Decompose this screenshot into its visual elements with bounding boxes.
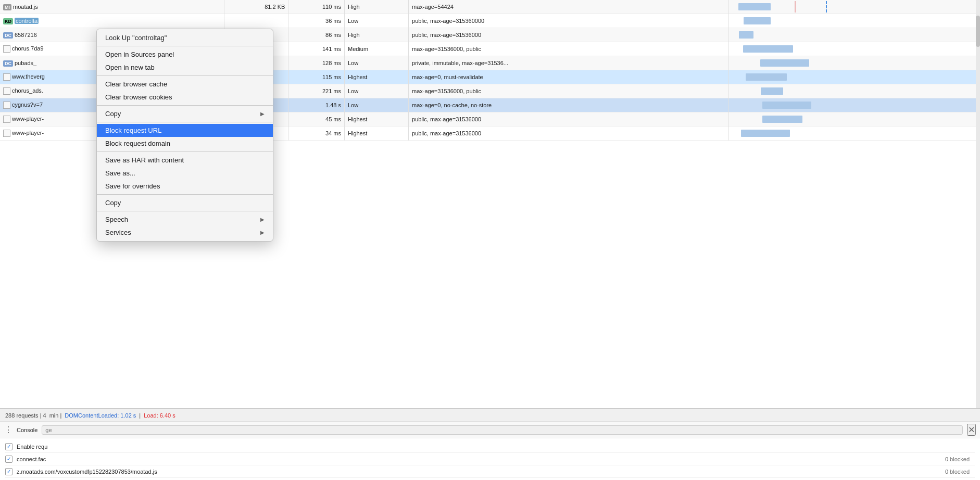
- row-waterfall: [729, 56, 980, 70]
- menu-item[interactable]: Look Up "controltag": [97, 31, 273, 44]
- row-name-text: cygnus?v=7: [12, 102, 43, 108]
- row-name-text: chorus_ads.: [12, 87, 43, 94]
- enable-requests-checkbox[interactable]: [5, 443, 12, 450]
- row-time: 45 ms: [288, 112, 345, 127]
- row-badge: DC: [3, 60, 13, 67]
- row-size: 81.2 KB: [224, 0, 288, 14]
- row-waterfall: [729, 127, 980, 141]
- blocked-url-1: z.moatads.com/voxcustomdfp152282307853/m…: [17, 469, 941, 475]
- status-bar: 288 requests | 4 min | DOMContentLoaded:…: [0, 409, 980, 421]
- menu-item[interactable]: Services▶: [97, 226, 273, 239]
- menu-divider: [97, 122, 273, 122]
- row-priority: Highest: [345, 70, 409, 84]
- row-time: 141 ms: [288, 42, 345, 56]
- menu-item-label: Services: [105, 229, 260, 236]
- menu-item[interactable]: Block request URL: [97, 124, 273, 137]
- file-icon: [3, 87, 10, 95]
- row-name-text: moatad.js: [13, 4, 38, 10]
- row-waterfall: [729, 84, 980, 98]
- row-cache: public, max-age=31536000: [409, 112, 729, 127]
- row-time: 1.48 s: [288, 98, 345, 112]
- menu-item-label: Speech: [105, 216, 260, 223]
- enable-requests-label: Enable requ: [17, 444, 47, 450]
- menu-divider: [97, 46, 273, 46]
- close-button[interactable]: ✕: [967, 424, 976, 436]
- menu-item-label: Copy: [105, 110, 260, 118]
- row-priority: Low: [345, 98, 409, 112]
- row-waterfall: [729, 98, 980, 112]
- min-label: min |: [49, 412, 62, 419]
- table-area: MImoatad.js81.2 KB110 msHighmax-age=5442…: [0, 0, 980, 408]
- row-priority: Highest: [345, 127, 409, 141]
- console-bar: ⋮ Console ✕: [0, 421, 980, 438]
- menu-item[interactable]: Clear browser cache: [97, 78, 273, 91]
- console-label: Console: [17, 427, 37, 433]
- row-cache: max-age=31536000, public: [409, 42, 729, 56]
- separator: |: [139, 412, 141, 419]
- row-time: 128 ms: [288, 56, 345, 70]
- row-cache: max-age=31536000, public: [409, 84, 729, 98]
- row-time: 110 ms: [288, 0, 345, 14]
- menu-divider: [97, 194, 273, 195]
- menu-item[interactable]: Block request domain: [97, 137, 273, 150]
- row-cache: private, immutable, max-age=31536...: [409, 56, 729, 70]
- submenu-arrow-icon: ▶: [260, 217, 265, 222]
- submenu-arrow-icon: ▶: [260, 230, 265, 235]
- scroll-indicator[interactable]: [976, 0, 980, 408]
- menu-item[interactable]: Clear browser cookies: [97, 91, 273, 104]
- blocked-checkbox-0[interactable]: [5, 456, 12, 463]
- more-options-icon[interactable]: ⋮: [4, 425, 12, 435]
- row-cache: max-age=0, no-cache, no-store: [409, 98, 729, 112]
- filter-input[interactable]: [42, 425, 963, 435]
- enable-requests-row: Enable requ: [5, 440, 975, 453]
- menu-item-label: Save as HAR with content: [105, 156, 265, 164]
- blocked-row: z.moatads.com/voxcustomdfp152282307853/m…: [5, 465, 975, 478]
- row-name-text: 6587216: [15, 32, 37, 38]
- row-name-cell: MImoatad.js: [0, 0, 224, 14]
- menu-item[interactable]: Copy▶: [97, 107, 273, 120]
- menu-item[interactable]: Open in Sources panel: [97, 48, 273, 61]
- blocked-count-1: 0 blocked: [945, 469, 970, 475]
- row-cache: max-age=0, must-revalidate: [409, 70, 729, 84]
- row-name-cell: KDcontrolta: [0, 14, 224, 28]
- table-row[interactable]: MImoatad.js81.2 KB110 msHighmax-age=5442…: [0, 0, 980, 14]
- row-cache: public, max-age=31536000: [409, 127, 729, 141]
- row-name-text: www.theverg: [12, 73, 45, 80]
- row-priority: Low: [345, 14, 409, 28]
- file-icon: [3, 130, 10, 137]
- file-icon: [3, 45, 10, 53]
- row-time: 115 ms: [288, 70, 345, 84]
- row-waterfall: [729, 28, 980, 42]
- row-priority: Low: [345, 56, 409, 70]
- blocked-rows-container: Enable requ connect.fac 0 blocked z.moat…: [0, 438, 980, 480]
- menu-item-label: Open in Sources panel: [105, 50, 265, 58]
- row-badge: DC: [3, 32, 13, 39]
- row-badge: MI: [3, 4, 11, 10]
- file-icon: [3, 102, 10, 109]
- context-menu: Look Up "controltag"Open in Sources pane…: [96, 29, 273, 242]
- row-waterfall: [729, 14, 980, 28]
- menu-divider: [97, 211, 273, 211]
- scroll-thumb[interactable]: [976, 16, 980, 47]
- menu-item-label: Look Up "controltag": [105, 34, 265, 42]
- menu-item[interactable]: Copy: [97, 196, 273, 209]
- menu-item[interactable]: Open in new tab: [97, 61, 273, 74]
- menu-item[interactable]: Save as HAR with content: [97, 154, 273, 167]
- menu-item-label: Block request URL: [105, 127, 265, 134]
- menu-divider: [97, 151, 273, 152]
- menu-divider: [97, 105, 273, 106]
- menu-item-label: Block request domain: [105, 140, 265, 147]
- bottom-area: 288 requests | 4 min | DOMContentLoaded:…: [0, 408, 980, 480]
- file-icon: [3, 116, 10, 123]
- menu-item-label: Save as...: [105, 169, 265, 177]
- table-row[interactable]: KDcontrolta36 msLowpublic, max-age=31536…: [0, 14, 980, 28]
- row-name-text: pubads_: [15, 60, 36, 66]
- menu-item[interactable]: Save for overrides: [97, 180, 273, 193]
- row-priority: Highest: [345, 112, 409, 127]
- menu-item[interactable]: Save as...: [97, 167, 273, 180]
- menu-item[interactable]: Speech▶: [97, 213, 273, 226]
- menu-item-label: Clear browser cache: [105, 80, 265, 88]
- blocked-checkbox-1[interactable]: [5, 468, 12, 475]
- row-badge: KD: [3, 18, 13, 24]
- blocked-row: connect.fac 0 blocked: [5, 453, 975, 465]
